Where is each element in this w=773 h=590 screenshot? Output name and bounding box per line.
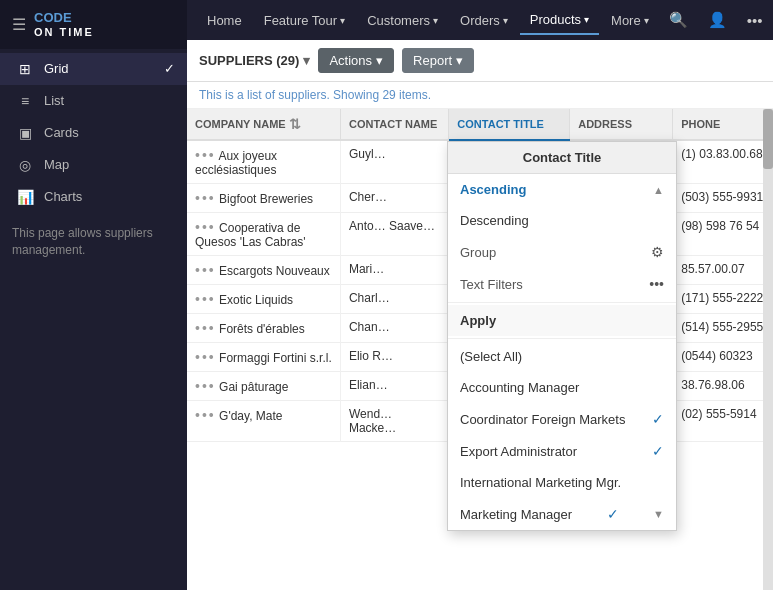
sidebar-item-grid[interactable]: ⊞ Grid ✓ [0,53,187,85]
actions-caret: ▾ [376,53,383,68]
row-actions-2[interactable]: ••• [195,190,216,206]
row-actions-7[interactable]: ••• [195,349,216,365]
sidebar-item-charts-label: Charts [44,189,82,204]
export-check-icon: ✓ [652,443,664,459]
col-header-title[interactable]: CONTACT TITLE [449,109,570,140]
report-button[interactable]: Report ▾ [402,48,474,73]
text-filters-ellipsis-icon: ••• [649,276,664,292]
nav-products[interactable]: Products ▾ [520,6,599,35]
popup-accounting-manager[interactable]: Accounting Manager [448,372,676,403]
popup-export-admin[interactable]: Export Administrator ✓ [448,435,676,467]
sidebar-item-list-label: List [44,93,64,108]
row-actions-8[interactable]: ••• [195,378,216,394]
popup-group[interactable]: Group ⚙ [448,236,676,268]
sidebar: ☰ CODE ON TIME ⊞ Grid ✓ ≡ List ▣ Cards ◎… [0,0,187,590]
sidebar-item-list[interactable]: ≡ List [0,85,187,117]
actions-button[interactable]: Actions ▾ [318,48,394,73]
topnav-right-icons: 🔍 👤 ••• [661,5,771,35]
sidebar-header: ☰ CODE ON TIME [0,0,187,49]
popup-coordinator-foreign[interactable]: Coordinator Foreign Markets ✓ [448,403,676,435]
col-header-company[interactable]: COMPANY NAME ⇅ [187,109,340,140]
grid-check-icon: ✓ [164,61,175,76]
suppliers-badge: SUPPLIERS (29) ▾ [199,53,310,68]
ascending-collapse-icon: ▲ [653,184,664,196]
col-header-phone[interactable]: PHONE [673,109,773,140]
popup-header: Contact Title [448,142,676,174]
nav-orders[interactable]: Orders ▾ [450,7,518,34]
search-button[interactable]: 🔍 [661,5,696,35]
scroll-thumb[interactable] [763,109,773,169]
suppliers-dropdown-icon[interactable]: ▾ [303,53,310,68]
sidebar-item-cards[interactable]: ▣ Cards [0,117,187,149]
sidebar-item-cards-label: Cards [44,125,79,140]
more-caret: ▾ [644,15,649,26]
row-actions-9[interactable]: ••• [195,407,216,423]
report-caret: ▾ [456,53,463,68]
map-icon: ◎ [16,157,34,173]
info-text: This is a list of suppliers. Showing 29 … [199,88,431,102]
user-button[interactable]: 👤 [700,5,735,35]
sidebar-item-map-label: Map [44,157,69,172]
orders-caret: ▾ [503,15,508,26]
col-header-address[interactable]: ADDRESS [570,109,673,140]
marketing-check-icon: ✓ [607,506,619,522]
more-options-button[interactable]: ••• [739,6,771,35]
nav-home[interactable]: Home [197,7,252,34]
coordinator-check-icon: ✓ [652,411,664,427]
popup-ascending[interactable]: Ascending ▲ [448,174,676,205]
popup-select-all[interactable]: (Select All) [448,341,676,372]
popup-text-filters[interactable]: Text Filters ••• [448,268,676,300]
vertical-scrollbar[interactable] [763,109,773,590]
popup-intl-marketing[interactable]: International Marketing Mgr. [448,467,676,498]
popup-divider-2 [448,338,676,339]
logo: CODE ON TIME [34,10,94,39]
row-actions-5[interactable]: ••• [195,291,216,307]
popup-divider-1 [448,302,676,303]
scroll-down-icon: ▼ [653,508,664,520]
suppliers-label: SUPPLIERS (29) [199,53,299,68]
popup-apply[interactable]: Apply [448,305,676,336]
row-actions-1[interactable]: ••• [195,147,216,163]
customers-caret: ▾ [433,15,438,26]
charts-icon: 📊 [16,189,34,205]
products-caret: ▾ [584,14,589,25]
nav-customers[interactable]: Customers ▾ [357,7,448,34]
sidebar-description: This page allows suppliers management. [12,225,175,259]
popup-descending[interactable]: Descending [448,205,676,236]
main-content: Home Feature Tour ▾ Customers ▾ Orders ▾… [187,0,773,590]
list-icon: ≡ [16,93,34,109]
feature-tour-caret: ▾ [340,15,345,26]
info-bar: This is a list of suppliers. Showing 29 … [187,82,773,109]
top-navigation: Home Feature Tour ▾ Customers ▾ Orders ▾… [187,0,773,40]
row-actions-3[interactable]: ••• [195,219,216,235]
company-sort-icon: ⇅ [289,116,301,132]
sidebar-item-map[interactable]: ◎ Map [0,149,187,181]
hamburger-icon[interactable]: ☰ [12,15,26,34]
popup-marketing-manager[interactable]: Marketing Manager ✓ ▼ [448,498,676,530]
row-actions-4[interactable]: ••• [195,262,216,278]
nav-more[interactable]: More ▾ [601,7,659,34]
sidebar-item-grid-label: Grid [44,61,69,76]
grid-icon: ⊞ [16,61,34,77]
page-toolbar: SUPPLIERS (29) ▾ Actions ▾ Report ▾ [187,40,773,82]
sidebar-item-charts[interactable]: 📊 Charts [0,181,187,213]
contact-title-popup: Contact Title Ascending ▲ Descending Gro… [447,141,677,531]
row-actions-6[interactable]: ••• [195,320,216,336]
nav-feature-tour[interactable]: Feature Tour ▾ [254,7,355,34]
col-header-contact[interactable]: CONTACT NAME [340,109,448,140]
table-area: COMPANY NAME ⇅ CONTACT NAME CONTACT TITL… [187,109,773,590]
cards-icon: ▣ [16,125,34,141]
sidebar-nav: ⊞ Grid ✓ ≡ List ▣ Cards ◎ Map 📊 Charts [0,53,187,213]
group-icon: ⚙ [651,244,664,260]
